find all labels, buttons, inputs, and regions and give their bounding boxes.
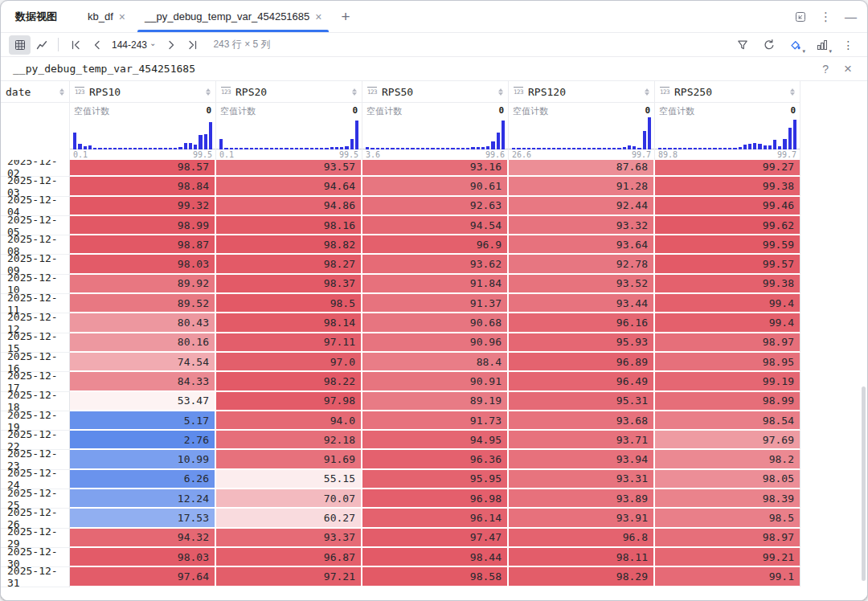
header-cell-rps250[interactable]: 123RPS250	[655, 81, 800, 103]
value-cell[interactable]: 98.5	[655, 509, 800, 528]
value-cell[interactable]: 96.14	[362, 509, 509, 528]
new-tab-button[interactable]: +	[331, 9, 359, 24]
sort-icon[interactable]	[352, 88, 357, 96]
value-cell[interactable]: 92.78	[509, 255, 655, 274]
value-cell[interactable]: 94.54	[362, 216, 509, 235]
header-cell-rps20[interactable]: 123RPS20	[216, 81, 362, 103]
value-cell[interactable]: 98.2	[655, 450, 800, 469]
value-cell[interactable]: 96.9	[362, 235, 509, 255]
value-cell[interactable]: 99.1	[655, 567, 800, 587]
value-cell[interactable]: 94.95	[362, 431, 509, 450]
value-cell[interactable]: 93.16	[362, 160, 509, 177]
value-cell[interactable]: 98.03	[70, 548, 216, 567]
value-cell[interactable]: 97.69	[655, 431, 800, 450]
sort-icon[interactable]	[790, 88, 795, 96]
value-cell[interactable]: 93.68	[509, 411, 655, 431]
value-cell[interactable]: 98.05	[655, 470, 800, 489]
value-cell[interactable]: 99.57	[655, 255, 800, 274]
header-cell-rps10[interactable]: 123RPS10	[70, 81, 216, 103]
value-cell[interactable]: 91.28	[509, 177, 655, 196]
close-icon[interactable]: ×	[119, 11, 125, 22]
value-cell[interactable]: 98.03	[70, 255, 216, 274]
value-cell[interactable]: 89.52	[70, 294, 216, 313]
value-cell[interactable]: 98.27	[216, 255, 362, 274]
value-cell[interactable]: 90.91	[362, 372, 509, 391]
value-cell[interactable]: 87.68	[509, 160, 655, 177]
value-cell[interactable]: 97.0	[216, 353, 362, 372]
last-page-button[interactable]	[182, 35, 203, 55]
value-cell[interactable]: 93.32	[509, 216, 655, 235]
value-cell[interactable]: 95.31	[509, 392, 655, 411]
value-cell[interactable]: 96.89	[509, 353, 655, 372]
value-cell[interactable]: 97.21	[216, 567, 362, 587]
value-cell[interactable]: 5.17	[70, 411, 216, 431]
value-cell[interactable]: 93.91	[509, 509, 655, 528]
value-cell[interactable]: 98.39	[655, 489, 800, 509]
value-cell[interactable]: 70.07	[216, 489, 362, 509]
value-cell[interactable]: 60.27	[216, 509, 362, 528]
value-cell[interactable]: 98.22	[216, 372, 362, 391]
next-page-button[interactable]	[160, 35, 182, 55]
value-cell[interactable]: 98.44	[362, 548, 509, 567]
prev-page-button[interactable]	[86, 35, 108, 55]
header-cell-rps50[interactable]: 123RPS50	[362, 81, 509, 103]
value-cell[interactable]: 93.89	[509, 489, 655, 509]
value-cell[interactable]: 93.64	[509, 235, 655, 255]
value-cell[interactable]: 98.29	[509, 567, 655, 587]
value-cell[interactable]: 99.4	[655, 294, 800, 313]
value-cell[interactable]: 98.87	[70, 235, 216, 255]
value-cell[interactable]: 10.99	[70, 450, 216, 469]
header-cell-rps120[interactable]: 123RPS120	[509, 81, 655, 103]
value-cell[interactable]: 96.87	[216, 548, 362, 567]
sort-icon[interactable]	[498, 88, 503, 96]
chart-view-button[interactable]	[31, 35, 52, 55]
value-cell[interactable]: 2.76	[70, 431, 216, 450]
value-cell[interactable]: 93.31	[509, 470, 655, 489]
value-cell[interactable]: 91.69	[216, 450, 362, 469]
value-cell[interactable]: 91.37	[362, 294, 509, 313]
tab-kb-df[interactable]: kb_df ×	[78, 1, 135, 32]
value-cell[interactable]: 93.62	[362, 255, 509, 274]
value-cell[interactable]: 98.84	[70, 177, 216, 196]
value-cell[interactable]: 98.57	[70, 160, 216, 177]
value-cell[interactable]: 99.38	[655, 177, 800, 196]
refresh-icon[interactable]	[758, 35, 780, 55]
value-cell[interactable]: 98.97	[655, 333, 800, 353]
header-cell-date[interactable]: date	[1, 81, 70, 103]
value-cell[interactable]: 74.54	[70, 353, 216, 372]
value-cell[interactable]: 96.8	[509, 529, 655, 548]
dock-window-icon[interactable]	[794, 10, 807, 23]
value-cell[interactable]: 12.24	[70, 489, 216, 509]
value-cell[interactable]: 98.99	[70, 216, 216, 235]
tab-debug-temp-var[interactable]: __py_debug_temp_var_454251685 ×	[135, 1, 331, 32]
value-cell[interactable]: 98.14	[216, 313, 362, 333]
value-cell[interactable]: 98.95	[655, 353, 800, 372]
value-cell[interactable]: 99.27	[655, 160, 800, 177]
value-cell[interactable]: 93.94	[509, 450, 655, 469]
value-cell[interactable]: 98.16	[216, 216, 362, 235]
value-cell[interactable]: 97.64	[70, 567, 216, 587]
value-cell[interactable]: 94.64	[216, 177, 362, 196]
value-cell[interactable]: 96.16	[509, 313, 655, 333]
value-cell[interactable]: 99.62	[655, 216, 800, 235]
sort-icon[interactable]	[645, 88, 649, 96]
value-cell[interactable]: 94.32	[70, 529, 216, 548]
value-cell[interactable]: 91.73	[362, 411, 509, 431]
more-options-icon[interactable]: ⋮	[820, 10, 832, 24]
sort-icon[interactable]	[59, 88, 64, 96]
value-cell[interactable]: 92.44	[509, 197, 655, 216]
help-icon[interactable]: ?	[822, 63, 829, 76]
value-cell[interactable]: 98.11	[509, 548, 655, 567]
value-cell[interactable]: 93.71	[509, 431, 655, 450]
close-icon[interactable]: ×	[315, 11, 321, 22]
date-cell[interactable]: 2025-12-31	[1, 567, 70, 587]
column-stats-icon[interactable]: ▾	[811, 35, 833, 55]
panel-close-icon[interactable]: ×	[844, 61, 852, 77]
value-cell[interactable]: 93.44	[509, 294, 655, 313]
value-cell[interactable]: 99.46	[655, 197, 800, 216]
value-cell[interactable]: 99.4	[655, 313, 800, 333]
value-cell[interactable]: 99.59	[655, 235, 800, 255]
page-range-dropdown[interactable]: 144-243 ⌄	[108, 39, 160, 51]
value-cell[interactable]: 96.36	[362, 450, 509, 469]
table-view-button[interactable]	[9, 35, 31, 55]
